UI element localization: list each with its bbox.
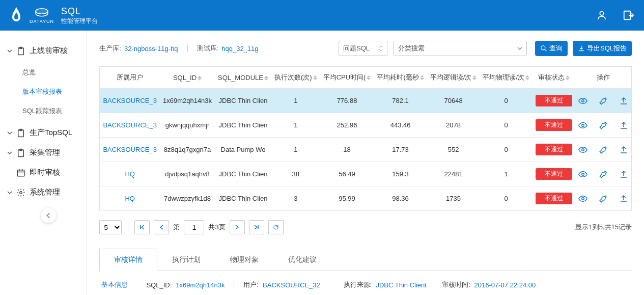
wrench-icon[interactable] (599, 96, 608, 105)
nav-label: 采集管理 (30, 148, 60, 157)
total-pages: 共3页 (208, 223, 225, 232)
logout-icon[interactable] (623, 10, 634, 21)
prod-db-value[interactable]: 32-ngboss-11g-hq (124, 45, 178, 52)
cell-user[interactable]: BACKSOURCE_3 (100, 138, 160, 162)
chevron-left-icon (45, 212, 51, 219)
cell-user[interactable]: BACKSOURCE_3 (100, 89, 160, 113)
table-row[interactable]: BACKSOURCE_31x69m2qh14n3kJDBC Thin Clien… (100, 89, 632, 113)
search-icon (540, 45, 547, 52)
col-header[interactable]: 审核状态 (533, 67, 575, 89)
sort-icon[interactable] (420, 75, 424, 80)
table-row[interactable]: BACKSOURCE_38z8q1q7gxgn7aData Pump Wo118… (100, 138, 632, 162)
type-select[interactable]: 问题SQL (339, 41, 387, 56)
query-button[interactable]: 查询 (535, 41, 568, 56)
table-row[interactable]: BACKSOURCE_3gkwnjqquhxmjrJDBC Thin Clien… (100, 113, 632, 138)
eye-icon[interactable] (578, 96, 587, 105)
nav-head-topsql[interactable]: 生产TopSQL (0, 123, 87, 143)
col-header[interactable]: SQL_ID (160, 67, 215, 89)
nav-head-collect[interactable]: 采集管理 (0, 143, 87, 163)
sort-icon[interactable] (313, 75, 317, 80)
cell-cpu: 776.88 (320, 89, 374, 113)
first-page-button[interactable] (134, 220, 150, 234)
sort-icon[interactable] (264, 76, 268, 81)
category-select[interactable]: 分类搜索 (394, 41, 527, 56)
col-header[interactable]: 平均耗时(毫秒 (374, 67, 427, 89)
nav-head-instant[interactable]: 即时审核 (0, 163, 87, 182)
flame-logo-icon (10, 6, 22, 24)
cell-preads: 0 (480, 138, 533, 162)
next-page-button[interactable] (230, 220, 245, 234)
cell-user[interactable]: BACKSOURCE_3 (100, 113, 160, 138)
chevron-down-icon (7, 48, 12, 53)
upload-icon[interactable] (619, 121, 628, 130)
col-header[interactable]: 执行次数(次) (271, 67, 320, 89)
upload-icon[interactable] (619, 170, 628, 179)
cell-cpu: 56.49 (320, 162, 374, 186)
nav-label: 生产TopSQL (30, 128, 72, 138)
col-header[interactable]: 所属用户 (100, 67, 160, 89)
download-icon (578, 45, 585, 52)
tab-0[interactable]: 审核详情 (99, 249, 157, 271)
tab-2[interactable]: 物理对象 (215, 249, 273, 271)
nav-item-overview[interactable]: 总览 (22, 63, 87, 82)
sort-icon[interactable] (566, 75, 570, 80)
table-row[interactable]: HQdjvdpsq1aqhv8JDBC Thin Clien3856.49159… (100, 162, 632, 186)
cell-cpu: 18 (320, 138, 374, 162)
basic-info-link[interactable]: 基本信息 (101, 280, 128, 289)
nav-sub-preonline: 总览 版本审核报表 SQL跟踪报表 (0, 61, 87, 123)
eye-icon[interactable] (578, 194, 587, 203)
svg-point-11 (20, 191, 22, 194)
eye-icon[interactable] (578, 145, 587, 154)
upload-icon[interactable] (619, 194, 628, 203)
header-left: DATAYUN SQL 性能管理平台 (10, 6, 98, 24)
last-page-button[interactable] (249, 220, 264, 234)
upload-icon[interactable] (619, 145, 628, 154)
cell-user[interactable]: HQ (100, 162, 160, 186)
col-header[interactable]: 平均逻辑读/次 (427, 67, 480, 89)
wrench-icon[interactable] (599, 170, 608, 179)
meta-time-label: 审核时间: (442, 280, 470, 289)
test-db-value[interactable]: hqq_32_11g (221, 45, 258, 52)
eye-icon[interactable] (578, 170, 587, 179)
col-header[interactable]: 平均物理读/次 (480, 67, 533, 89)
clipboard-icon (16, 128, 25, 138)
col-header[interactable]: 平均CPU时间( (320, 67, 374, 89)
filter-row: 生产库: 32-ngboss-11g-hq 测试库: hqq_32_11g 问题… (99, 41, 632, 56)
nav-head-preonline[interactable]: 上线前审核 (0, 41, 87, 61)
page-number-input[interactable] (184, 220, 204, 234)
meta-sqlid-value[interactable]: 1x69m2qh14n3k (176, 281, 225, 289)
page-size-select[interactable]: 5 (99, 220, 122, 234)
clipboard-icon (16, 148, 25, 157)
meta-source-label: 执行来源: (344, 280, 372, 289)
sort-icon[interactable] (198, 76, 202, 81)
refresh-button[interactable] (268, 220, 284, 234)
svg-rect-10 (17, 170, 24, 176)
sort-icon[interactable] (525, 75, 529, 80)
sidebar-collapse-button[interactable] (41, 208, 56, 223)
sql-table: 所属用户SQL_IDSQL_MODULE执行次数(次)平均CPU时间(平均耗时(… (99, 66, 632, 211)
nav-item-sql-track[interactable]: SQL跟踪报表 (22, 101, 87, 121)
cell-user[interactable]: HQ (100, 186, 160, 211)
export-button[interactable]: 导出SQL报告 (573, 41, 632, 56)
svg-point-15 (582, 148, 584, 151)
wrench-icon[interactable] (599, 121, 608, 130)
sort-icon[interactable] (367, 75, 371, 80)
user-icon[interactable] (596, 10, 607, 21)
nav-head-system[interactable]: 系统管理 (0, 182, 87, 202)
meta-user-value[interactable]: BACKSOURCE_32 (263, 281, 320, 289)
tab-1[interactable]: 执行计划 (157, 249, 215, 271)
meta-sqlid-label: SQL_ID: (146, 281, 172, 289)
eye-icon[interactable] (578, 121, 587, 130)
col-header[interactable]: SQL_MODULE (215, 67, 271, 89)
upload-icon[interactable] (619, 96, 628, 105)
tab-3[interactable]: 优化建议 (273, 249, 331, 271)
wrench-icon[interactable] (599, 145, 608, 154)
wrench-icon[interactable] (599, 194, 608, 203)
col-header[interactable]: 操作 (575, 67, 632, 89)
table-row[interactable]: HQ7dwwzpzyfk1d8JDBC Thin Clien395.9998.3… (100, 186, 632, 211)
prev-page-button[interactable] (154, 220, 169, 234)
sort-icon[interactable] (472, 75, 477, 80)
nav-item-version-report[interactable]: 版本审核报表 (22, 82, 87, 101)
meta-source-value[interactable]: JDBC Thin Client (376, 281, 426, 289)
first-icon (139, 225, 145, 230)
